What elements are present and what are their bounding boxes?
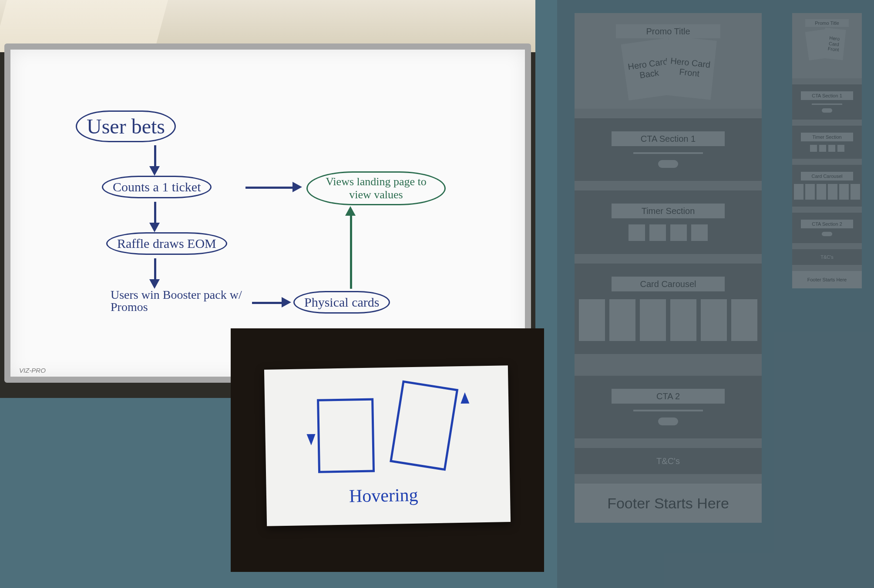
indexcard-photo: Hovering: [231, 328, 544, 572]
carousel-card[interactable]: [839, 184, 849, 200]
carousel-card[interactable]: [731, 299, 757, 341]
carousel-card[interactable]: [640, 299, 666, 341]
arrow-line: [154, 145, 156, 167]
section-label: Timer Section: [612, 204, 725, 218]
carousel-card[interactable]: [850, 184, 860, 200]
node-raffle: Raffle draws EOM: [106, 232, 227, 255]
hero-section: Promo Title Hero Card Front: [792, 13, 862, 78]
hero-card-front: Hero Card Front: [822, 28, 846, 60]
carousel-card[interactable]: [828, 184, 837, 200]
arrow-line: [154, 258, 156, 280]
carousel-card[interactable]: [579, 299, 605, 341]
carousel-row[interactable]: [575, 299, 762, 341]
section-label: CTA Section 1: [612, 131, 725, 146]
timer-digit: [819, 145, 826, 152]
index-card: Hovering: [264, 365, 511, 526]
hero-section: Promo Title Hero Card Back Hero Card Fro…: [575, 13, 762, 109]
card-carousel-section: Card Carousel: [792, 165, 862, 207]
arrow-down-icon: [149, 279, 160, 289]
arrow-up-icon: [461, 392, 469, 404]
node-physical-cards: Physical cards: [293, 291, 390, 314]
section-label: CTA Section 1: [801, 91, 853, 100]
hero-card-front: Hero Card Front: [663, 36, 717, 100]
timer-digit: [828, 145, 835, 152]
wireframe-mobile: Promo Title Hero Card Front CTA Section …: [792, 13, 862, 288]
carousel-card[interactable]: [701, 299, 727, 341]
cta-button[interactable]: [658, 418, 678, 425]
node-landing-page: Views landing page to view values: [306, 171, 446, 205]
spacer: [575, 354, 762, 376]
spacer: [575, 109, 762, 118]
timer-section: Timer Section: [575, 190, 762, 254]
timer-boxes: [629, 224, 708, 241]
footer-section: Footer Starts Here: [575, 484, 762, 523]
timer-section: Timer Section: [792, 126, 862, 159]
terms-section: T&C's: [792, 249, 862, 265]
arrow-up-icon: [345, 206, 356, 216]
section-label: Card Carousel: [801, 172, 853, 180]
spacer: [575, 474, 762, 484]
carousel-card[interactable]: [817, 184, 826, 200]
cta-section-2: CTA Section 2: [792, 213, 862, 243]
wireframe-tablet: Promo Title Hero Card Back Hero Card Fro…: [575, 13, 762, 523]
timer-digit: [629, 224, 645, 241]
arrow-line: [245, 187, 293, 189]
arrow-down-icon: [307, 434, 316, 445]
arrow-line: [350, 215, 352, 289]
arrow-right-icon: [282, 297, 291, 307]
node-counts-ticket: Counts a 1 ticket: [102, 176, 212, 198]
section-label: CTA 2: [612, 389, 725, 404]
timer-digit: [810, 145, 817, 152]
spacer: [575, 438, 762, 448]
carousel-card[interactable]: [805, 184, 815, 200]
divider: [633, 152, 703, 154]
arrow-line: [252, 302, 282, 304]
card-carousel-section: Card Carousel: [575, 264, 762, 354]
terms-section: T&C's: [575, 448, 762, 474]
cta-button[interactable]: [822, 108, 832, 113]
timer-digit: [670, 224, 687, 241]
spacer: [792, 159, 862, 165]
cta-button[interactable]: [822, 232, 832, 236]
arrow-right-icon: [292, 182, 302, 192]
spacer: [792, 243, 862, 249]
indexcard-caption: Hovering: [349, 484, 418, 507]
cta-section-1: CTA Section 1: [575, 118, 762, 181]
cta-button[interactable]: [658, 160, 678, 168]
spacer: [575, 181, 762, 190]
spacer: [792, 78, 862, 84]
section-label: Timer Section: [801, 133, 853, 141]
spacer: [792, 120, 862, 126]
divider: [812, 104, 842, 105]
carousel-card[interactable]: [609, 299, 635, 341]
arrow-down-icon: [149, 223, 160, 232]
spacer: [792, 207, 862, 213]
section-label: Card Carousel: [612, 277, 725, 291]
timer-boxes: [810, 145, 844, 152]
timer-digit: [649, 224, 666, 241]
card-sketch-static: [317, 398, 375, 473]
carousel-card[interactable]: [670, 299, 696, 341]
carousel-card[interactable]: [794, 184, 803, 200]
footer-section: Footer Starts Here: [792, 271, 862, 288]
card-sketch-hover: [390, 381, 458, 471]
timer-digit: [691, 224, 708, 241]
promo-title: Promo Title: [805, 19, 849, 27]
node-user-bets: User bets: [76, 110, 176, 142]
promo-title: Promo Title: [616, 24, 720, 38]
cta-section-2: CTA 2: [575, 376, 762, 438]
node-winners: Users win Booster pack w/ Promos: [111, 289, 250, 313]
cta-section-1: CTA Section 1: [792, 84, 862, 120]
arrow-line: [154, 202, 156, 224]
spacer: [792, 265, 862, 271]
spacer: [575, 254, 762, 264]
carousel-row[interactable]: [792, 184, 862, 200]
whiteboard-brand: VIZ-PRO: [19, 367, 46, 374]
arrow-down-icon: [149, 166, 160, 176]
section-label: CTA Section 2: [801, 220, 853, 228]
timer-digit: [837, 145, 844, 152]
divider: [633, 410, 703, 411]
